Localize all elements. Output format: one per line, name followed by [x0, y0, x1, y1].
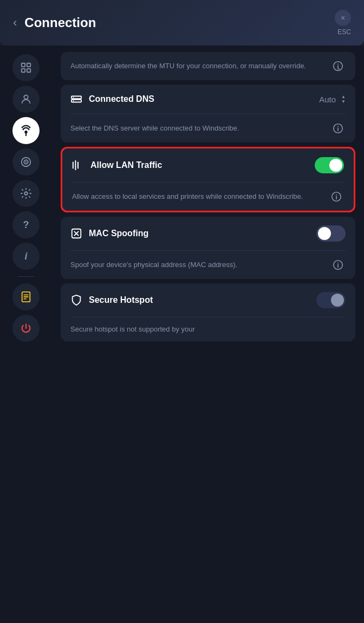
secure-hotspot-desc-row: Secure hotspot is not supported by your: [61, 317, 355, 341]
svg-rect-2: [22, 69, 25, 72]
mac-spoofing-toggle[interactable]: [316, 225, 346, 242]
secure-hotspot-toggle-knob: [331, 294, 344, 307]
dns-icon: [70, 93, 82, 105]
allow-lan-desc-row: Allow access to local services and print…: [62, 183, 354, 211]
mac-spoofing-toggle-knob: [318, 227, 331, 240]
connected-dns-card: Connected DNS Auto Select the DNS server…: [61, 85, 355, 142]
allow-lan-info-button[interactable]: [329, 189, 344, 204]
svg-rect-0: [22, 63, 25, 67]
content-area: Automatically determine the MTU for your…: [52, 46, 364, 623]
svg-point-30: [337, 262, 339, 263]
connected-dns-info-button[interactable]: [330, 121, 346, 136]
header-right: × ESC: [335, 10, 351, 36]
sidebar-item-upgrade[interactable]: [12, 283, 40, 310]
page-title: Connection: [24, 15, 96, 30]
allow-lan-toggle[interactable]: [315, 157, 344, 173]
connected-dns-header: Connected DNS Auto: [61, 85, 355, 114]
hotspot-icon: [70, 294, 82, 306]
svg-point-16: [337, 63, 339, 64]
allow-lan-title-row: Allow LAN Traffic: [72, 159, 162, 171]
secure-hotspot-card: Secure Hotspot Secure hotspot is not sup…: [61, 283, 355, 341]
sidebar-item-firewall[interactable]: [12, 148, 40, 176]
svg-point-19: [73, 97, 74, 98]
svg-point-20: [73, 100, 74, 101]
secure-hotspot-header: Secure Hotspot: [61, 283, 355, 317]
mac-spoofing-desc-row: Spoof your device's physical address (MA…: [61, 251, 355, 279]
sidebar-divider: [18, 276, 34, 277]
svg-point-27: [336, 194, 337, 195]
mtu-card: Automatically determine the MTU for your…: [61, 52, 355, 80]
connected-dns-title-row: Connected DNS: [70, 93, 154, 105]
connected-dns-desc-text: Select the DNS server while connected to…: [70, 123, 324, 134]
mtu-info-button[interactable]: ↗: [330, 59, 346, 74]
allow-lan-title: Allow LAN Traffic: [90, 160, 162, 170]
sidebar: ? i: [0, 46, 52, 623]
svg-point-22: [337, 126, 339, 127]
allow-lan-header: Allow LAN Traffic: [62, 148, 354, 182]
allow-lan-card: Allow LAN Traffic Allow access to local …: [61, 147, 355, 212]
sidebar-item-network[interactable]: [12, 54, 40, 81]
mac-spoofing-info-button[interactable]: [330, 257, 346, 272]
svg-rect-17: [72, 96, 81, 99]
close-button[interactable]: ×: [335, 10, 351, 26]
sidebar-item-settings[interactable]: [12, 180, 40, 207]
mac-spoofing-card: MAC Spoofing Spoof your device's physica…: [61, 217, 355, 279]
secure-hotspot-title-row: Secure Hotspot: [70, 294, 153, 306]
svg-point-4: [24, 95, 28, 99]
svg-point-10: [24, 192, 28, 195]
sidebar-item-info[interactable]: i: [12, 243, 40, 270]
mac-icon: [70, 228, 82, 239]
allow-lan-toggle-knob: [329, 159, 342, 172]
allow-lan-desc-text: Allow access to local services and print…: [72, 191, 322, 202]
svg-rect-1: [27, 63, 30, 67]
mac-spoofing-desc-text: Spoof your device's physical address (MA…: [70, 259, 324, 270]
connected-dns-title: Connected DNS: [89, 94, 154, 104]
main-layout: ? i Automatically: [0, 46, 364, 623]
svg-rect-18: [72, 100, 81, 102]
sidebar-item-user[interactable]: [12, 86, 40, 113]
lan-icon: [72, 159, 84, 171]
sidebar-item-help[interactable]: ?: [12, 211, 40, 238]
sidebar-item-power[interactable]: [12, 315, 40, 342]
connected-dns-desc-row: Select the DNS server while connected to…: [61, 114, 355, 142]
sidebar-item-connection[interactable]: [12, 117, 40, 144]
svg-rect-3: [27, 69, 30, 72]
secure-hotspot-desc-text: Secure hotspot is not supported by your: [70, 324, 346, 335]
back-button[interactable]: ‹: [13, 16, 17, 30]
dns-chevron-icon: [341, 95, 346, 104]
mtu-desc-text: Automatically determine the MTU for your…: [70, 61, 324, 72]
mac-spoofing-header: MAC Spoofing: [61, 217, 355, 250]
mac-spoofing-title-row: MAC Spoofing: [70, 228, 148, 239]
mac-spoofing-title: MAC Spoofing: [89, 229, 148, 238]
esc-label: ESC: [337, 28, 351, 36]
mtu-desc-row: Automatically determine the MTU for your…: [61, 52, 355, 80]
svg-point-9: [25, 161, 27, 163]
connected-dns-value[interactable]: Auto: [319, 95, 346, 104]
header: ‹ Connection × ESC: [0, 0, 364, 46]
secure-hotspot-toggle[interactable]: [316, 292, 346, 308]
secure-hotspot-title: Secure Hotspot: [89, 295, 153, 305]
